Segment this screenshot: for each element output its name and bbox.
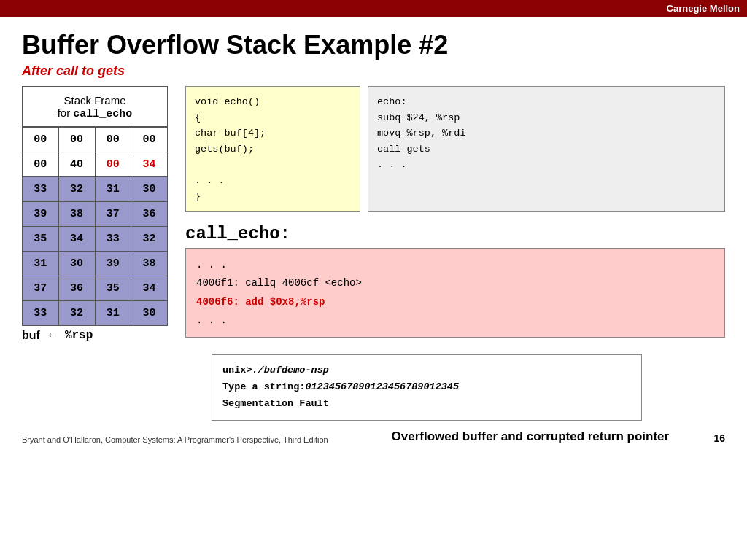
- stack-table: 0000000000400034333231303938373635343332…: [22, 127, 168, 326]
- brand-label: Carnegie Mellon: [667, 3, 740, 14]
- stack-cell: 31: [95, 177, 131, 202]
- stack-cell: 34: [58, 227, 95, 252]
- stack-cell: 33: [95, 227, 131, 252]
- subtitle: After call to gets: [22, 63, 725, 79]
- call-echo-line: 4006f1: callq 4006cf <echo>: [196, 274, 714, 292]
- stack-cell: 00: [23, 128, 59, 152]
- slide-title: Buffer Overflow Stack Example #2: [22, 30, 725, 61]
- stack-cell: 35: [95, 276, 131, 301]
- slide-number: 16: [711, 432, 725, 444]
- terminal-line: Segmentation Fault: [222, 396, 631, 413]
- terminal-line: Type a string:01234567890123456789012345: [222, 379, 631, 396]
- stack-cell: 00: [58, 128, 95, 152]
- stack-cell: 37: [95, 202, 131, 227]
- stack-cell: 38: [58, 202, 95, 227]
- echo-asm-line: . . .: [377, 157, 716, 173]
- stack-cell: 31: [23, 252, 59, 276]
- stack-label-line1: Stack Frame: [28, 94, 161, 106]
- buf-row: buf ← %rsp: [22, 327, 168, 343]
- echo-asm-line: subq $24, %rsp: [377, 110, 716, 126]
- echo-code-line: {: [195, 110, 351, 126]
- echo-code-box: void echo(){ char buf[4]; gets(buf); . .…: [185, 86, 360, 212]
- rsp-label: %rsp: [65, 329, 93, 342]
- buf-arrow-icon: ←: [46, 327, 59, 343]
- stack-cell: 30: [131, 177, 168, 202]
- echo-code-line: char buf[4];: [195, 125, 351, 141]
- stack-cell: 35: [23, 227, 59, 252]
- echo-code-line: }: [195, 189, 351, 205]
- code-row: void echo(){ char buf[4]; gets(buf); . .…: [185, 86, 725, 212]
- stack-cell: 34: [131, 152, 168, 177]
- call-echo-title: call_echo:: [185, 224, 725, 244]
- right-area: void echo(){ char buf[4]; gets(buf); . .…: [185, 86, 725, 338]
- stack-cell: 32: [131, 227, 168, 252]
- stack-cell: 36: [131, 202, 168, 227]
- stack-cell: 36: [58, 276, 95, 301]
- echo-code-line: gets(buf);: [195, 141, 351, 158]
- stack-label-line2: for call_echo: [28, 106, 161, 120]
- stack-cell: 39: [95, 252, 131, 276]
- stack-area: Stack Frame for call_echo 00000000004000…: [22, 86, 168, 343]
- echo-asm-line: echo:: [377, 94, 716, 110]
- echo-code-line: void echo(): [195, 94, 351, 110]
- echo-code-line: [195, 157, 351, 173]
- stack-cell: 31: [95, 301, 131, 326]
- buf-label: buf: [22, 329, 40, 342]
- stack-cell: 32: [58, 177, 95, 202]
- call-echo-line: 4006f6: add $0x8,%rsp: [196, 293, 714, 311]
- stack-cell: 33: [23, 177, 59, 202]
- stack-cell: 34: [131, 276, 168, 301]
- stack-cell: 00: [95, 128, 131, 152]
- stack-cell: 30: [131, 301, 168, 326]
- stack-cell: 40: [58, 152, 95, 177]
- stack-cell: 33: [23, 301, 59, 326]
- call-echo-line: . . .: [196, 311, 714, 330]
- echo-asm-line: movq %rsp, %rdi: [377, 125, 716, 141]
- overflow-label: Overflowed buffer and corrupted return p…: [350, 429, 711, 444]
- stack-cell: 30: [58, 252, 95, 276]
- stack-cell: 38: [131, 252, 168, 276]
- echo-asm-box: echo: subq $24, %rsp movq %rsp, %rdi cal…: [368, 86, 725, 212]
- terminal-area: unix>./bufdemo-nspType a string:01234567…: [212, 354, 725, 421]
- stack-cell: 00: [23, 152, 59, 177]
- footer-citation: Bryant and O'Hallaron, Computer Systems:…: [22, 435, 328, 444]
- echo-code-line: . . .: [195, 173, 351, 189]
- stack-cell: 32: [58, 301, 95, 326]
- header-bar: Carnegie Mellon: [0, 0, 747, 17]
- terminal-line: unix>./bufdemo-nsp: [222, 362, 631, 379]
- stack-cell: 37: [23, 276, 59, 301]
- stack-cell: 00: [95, 152, 131, 177]
- call-echo-section: call_echo: . . .4006f1: callq 4006cf <ec…: [185, 224, 725, 338]
- stack-cell: 00: [131, 128, 168, 152]
- stack-cell: 39: [23, 202, 59, 227]
- call-echo-line: . . .: [196, 256, 714, 274]
- echo-asm-line: call gets: [377, 141, 716, 158]
- call-echo-code-box: . . .4006f1: callq 4006cf <echo>4006f6: …: [185, 248, 725, 338]
- terminal-box: unix>./bufdemo-nspType a string:01234567…: [212, 354, 642, 421]
- bottom-row: Bryant and O'Hallaron, Computer Systems:…: [22, 429, 725, 444]
- stack-label-box: Stack Frame for call_echo: [22, 86, 168, 127]
